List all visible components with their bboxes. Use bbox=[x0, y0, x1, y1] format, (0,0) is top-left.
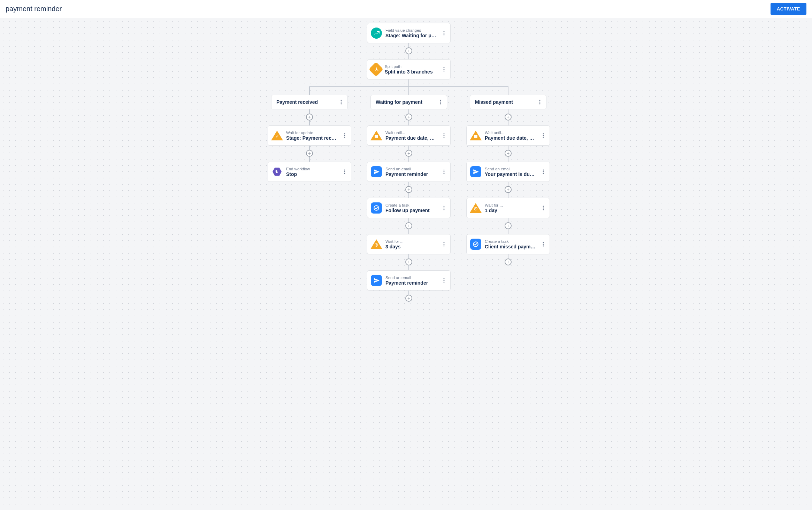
more-menu-button[interactable] bbox=[540, 168, 547, 176]
node-subtitle: Send an email bbox=[485, 167, 536, 171]
node-subtitle: Wait until... bbox=[385, 131, 437, 135]
node-title: 3 days bbox=[385, 244, 437, 249]
add-step-button[interactable]: + bbox=[405, 47, 412, 54]
connector bbox=[309, 146, 310, 150]
step-create-task[interactable]: Create a task Client missed payme… bbox=[466, 234, 550, 254]
node-text: End workflow Stop bbox=[286, 167, 338, 177]
node-title: Payment reminder bbox=[385, 280, 437, 286]
connector bbox=[508, 157, 508, 162]
add-step-button[interactable]: + bbox=[405, 258, 412, 265]
node-text: Split path Split into 3 branches bbox=[385, 64, 437, 75]
more-menu-button[interactable] bbox=[540, 204, 547, 212]
connector bbox=[408, 86, 409, 95]
trigger-node[interactable]: Field value changes Stage: Waiting for p… bbox=[367, 23, 451, 43]
add-step-button[interactable]: + bbox=[505, 150, 512, 157]
calendar-triangle-icon bbox=[371, 130, 382, 141]
more-menu-button[interactable] bbox=[437, 98, 444, 106]
add-step-button[interactable]: + bbox=[505, 114, 512, 121]
connector bbox=[408, 193, 409, 198]
canvas-inner: + Field value changes Stage: Waiting for… bbox=[166, 18, 646, 325]
calendar-triangle-icon bbox=[470, 130, 481, 141]
connector bbox=[408, 146, 409, 150]
connector bbox=[408, 54, 409, 59]
connector bbox=[508, 109, 508, 114]
more-menu-button[interactable] bbox=[441, 29, 447, 37]
node-title: Stage: Payment rece… bbox=[286, 135, 338, 141]
add-step-button[interactable]: + bbox=[306, 114, 313, 121]
trend-icon bbox=[371, 28, 382, 39]
more-menu-button[interactable] bbox=[540, 131, 547, 140]
more-menu-button[interactable] bbox=[341, 168, 348, 176]
connector bbox=[508, 146, 508, 150]
connector bbox=[309, 121, 310, 125]
step-wait-for[interactable]: Wait for ... 3 days bbox=[367, 234, 451, 254]
connector bbox=[508, 193, 508, 198]
more-menu-button[interactable] bbox=[441, 276, 447, 285]
more-menu-button[interactable] bbox=[441, 204, 447, 212]
more-menu-button[interactable] bbox=[341, 131, 348, 140]
connector bbox=[309, 86, 310, 95]
node-text: Send an email Payment reminder bbox=[385, 167, 437, 177]
node-title: Payment reminder bbox=[385, 171, 437, 177]
branch-payment-received[interactable]: Payment received bbox=[271, 95, 348, 109]
step-wait-until[interactable]: Wait until... Payment due date, 0… bbox=[466, 125, 550, 146]
node-subtitle: Wait for ... bbox=[485, 203, 536, 207]
node-title: Split into 3 branches bbox=[385, 69, 437, 75]
split-icon bbox=[369, 62, 383, 77]
step-send-email[interactable]: Send an email Payment reminder bbox=[367, 270, 451, 291]
add-step-button[interactable]: + bbox=[505, 258, 512, 265]
branch-label: Missed payment bbox=[475, 99, 536, 105]
step-wait-for-update[interactable]: Wait for update Stage: Payment rece… bbox=[268, 125, 351, 146]
add-step-button[interactable]: + bbox=[405, 295, 412, 302]
task-icon bbox=[470, 239, 481, 250]
connector bbox=[309, 109, 310, 114]
node-text: Field value changes Stage: Waiting for p… bbox=[385, 28, 437, 38]
connector bbox=[408, 157, 409, 162]
node-subtitle: Send an email bbox=[385, 276, 437, 280]
add-step-button[interactable]: + bbox=[405, 150, 412, 157]
more-menu-button[interactable] bbox=[338, 98, 345, 106]
connector bbox=[408, 254, 409, 258]
add-step-button[interactable]: + bbox=[306, 150, 313, 157]
step-create-task[interactable]: Create a task Follow up payment bbox=[367, 198, 451, 218]
more-menu-button[interactable] bbox=[536, 98, 543, 106]
step-wait-for[interactable]: Wait for ... 1 day bbox=[466, 198, 550, 218]
send-icon bbox=[371, 275, 382, 286]
node-subtitle: Wait for ... bbox=[385, 239, 437, 244]
more-menu-button[interactable] bbox=[441, 168, 447, 176]
add-step-button[interactable]: + bbox=[505, 222, 512, 229]
more-menu-button[interactable] bbox=[441, 131, 447, 140]
activate-button[interactable]: ACTIVATE bbox=[771, 3, 806, 15]
node-subtitle: Create a task bbox=[385, 203, 437, 207]
branch-missed-payment[interactable]: Missed payment bbox=[470, 95, 546, 109]
more-menu-button[interactable] bbox=[540, 240, 547, 248]
node-text: Wait for ... 1 day bbox=[485, 203, 536, 213]
step-send-email[interactable]: Send an email Payment reminder bbox=[367, 162, 451, 182]
node-text: Wait until... Payment due date, 1… bbox=[385, 131, 437, 141]
clock-triangle-icon bbox=[470, 202, 481, 214]
node-title: Payment due date, 0… bbox=[485, 135, 536, 141]
connector bbox=[408, 109, 409, 114]
connector bbox=[508, 254, 508, 258]
step-end-workflow[interactable]: End workflow Stop bbox=[268, 162, 351, 182]
split-node[interactable]: Split path Split into 3 branches bbox=[367, 59, 451, 79]
step-wait-until[interactable]: Wait until... Payment due date, 1… bbox=[367, 125, 451, 146]
add-step-button[interactable]: + bbox=[405, 186, 412, 193]
more-menu-button[interactable] bbox=[441, 65, 447, 74]
add-step-button[interactable]: + bbox=[505, 186, 512, 193]
stop-hex-icon bbox=[271, 166, 283, 177]
node-subtitle: End workflow bbox=[286, 167, 338, 171]
connector bbox=[508, 182, 508, 186]
node-text: Wait until... Payment due date, 0… bbox=[485, 131, 536, 141]
node-text: Wait for update Stage: Payment rece… bbox=[286, 131, 338, 141]
branch-waiting-for-payment[interactable]: Waiting for payment bbox=[370, 95, 447, 109]
step-send-email[interactable]: Send an email Your payment is due … bbox=[466, 162, 550, 182]
node-title: Payment due date, 1… bbox=[385, 135, 437, 141]
add-step-button[interactable]: + bbox=[405, 114, 412, 121]
more-menu-button[interactable] bbox=[441, 240, 447, 248]
node-subtitle: Wait for update bbox=[286, 131, 338, 135]
add-step-button[interactable]: + bbox=[405, 222, 412, 229]
node-title: Stage: Waiting for pa… bbox=[385, 33, 437, 38]
workflow-canvas[interactable]: + Field value changes Stage: Waiting for… bbox=[0, 18, 812, 510]
node-subtitle: Create a task bbox=[485, 239, 536, 244]
